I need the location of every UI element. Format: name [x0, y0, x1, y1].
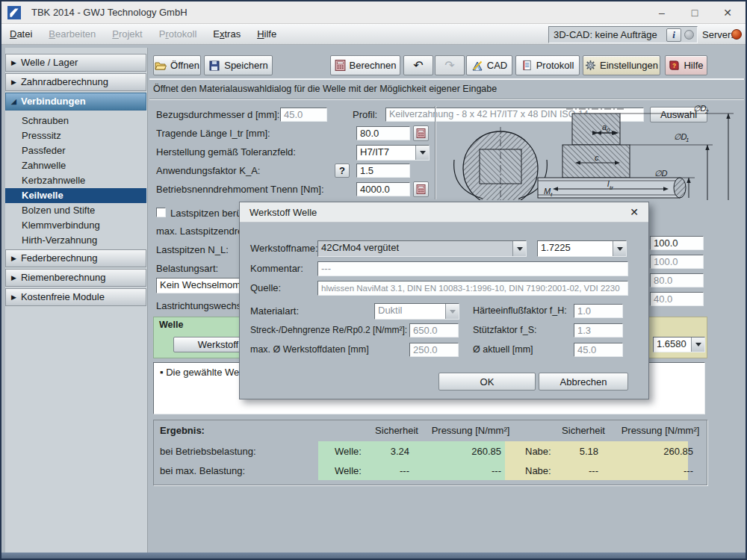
bezugsdurchmesser-field[interactable]: 45.0 — [280, 108, 327, 122]
werkstoffnummer-select[interactable]: 1.7225 — [537, 240, 627, 257]
aktuell-durchmesser-label: Ø aktuell [mm] — [473, 344, 533, 355]
results-value: 260.85 — [633, 446, 693, 457]
set-square-pencil-icon — [471, 60, 483, 72]
sidebar-item-kerbzahnwelle[interactable]: Kerbzahnwelle — [5, 173, 146, 188]
close-button[interactable]: ✕ — [711, 1, 744, 24]
sidebar-section-federberechnung[interactable]: ▶Federberechnung — [5, 249, 146, 267]
anwendungsfaktor-help-button[interactable]: ? — [335, 164, 350, 178]
sidebar-section-welle-lager[interactable]: ▶Welle / Lager — [5, 54, 146, 72]
sidebar-item-zahnwelle[interactable]: Zahnwelle — [5, 158, 146, 173]
sidebar-item-hirth-verzahnung[interactable]: Hirth-Verzahnung — [5, 233, 146, 248]
werkstoffname-label: Werkstoffname: — [250, 243, 318, 254]
nabe-field-2[interactable]: 100.0 — [650, 255, 704, 269]
tragende-laenge-calc-button[interactable] — [413, 125, 429, 141]
window-titlebar: TBK 2014 - GWJ Technology GmbH – □ ✕ — [1, 1, 746, 24]
toleranzfeld-select[interactable]: H7/IT7 — [356, 145, 430, 161]
sidebar-item-schrauben[interactable]: Schrauben — [5, 113, 146, 128]
dim-d-label: ∅D — [654, 169, 668, 178]
help-book-icon: ? — [669, 60, 680, 71]
maximize-button[interactable]: □ — [678, 1, 711, 24]
redo-button[interactable]: ↷ — [435, 55, 465, 75]
welle-panel-title: Welle — [159, 320, 183, 330]
settings-button[interactable]: Einstellungen — [583, 55, 660, 75]
cad-status-box: 3D-CAD: keine Aufträge i — [548, 26, 698, 43]
materialart-value: Duktil — [375, 304, 445, 319]
werkstoffname-select[interactable]: 42CrMo4 vergütet — [317, 240, 527, 257]
sidebar-item-bolzen-und-stifte[interactable]: Bolzen und Stifte — [5, 203, 146, 218]
drehmoment-calc-button[interactable] — [413, 181, 429, 197]
werkstoffname-value: 42CrMo4 vergütet — [318, 241, 512, 256]
chevron-down-icon[interactable] — [691, 337, 704, 352]
protocol-button[interactable]: Protokoll — [515, 55, 580, 75]
nabe-field-1[interactable]: 100.0 — [650, 236, 704, 250]
dim-c-label: c — [595, 153, 599, 162]
tragende-laenge-field[interactable]: 80.0 — [356, 126, 410, 140]
nabe-field-4[interactable]: 40.0 — [650, 292, 704, 306]
sidebar-item-passfeder[interactable]: Passfeder — [5, 143, 146, 158]
document-icon — [521, 60, 533, 71]
open-button[interactable]: Öffnen — [153, 55, 201, 75]
stuetzfaktor-field[interactable]: 1.3 — [574, 323, 623, 337]
menu-protokoll[interactable]: Protokoll — [151, 24, 205, 45]
save-button[interactable]: Speichern — [204, 55, 273, 75]
sidebar-section-verbindungen[interactable]: ◢Verbindungen — [5, 93, 146, 111]
material-number-select[interactable]: 1.6580 — [653, 337, 705, 352]
cad-status-led — [684, 30, 694, 40]
kommentar-field[interactable]: --- — [317, 261, 628, 276]
status-hint-text: Öffnet den Materialauswahldialog für die… — [153, 84, 497, 94]
keilwelle-technical-drawing: a 0 c l tr M t ∅D ∅D 1 ∅D 2 — [441, 103, 741, 200]
calculate-button[interactable]: Berechnen — [330, 55, 400, 75]
drehmoment-field[interactable]: 4000.0 — [356, 182, 410, 196]
sidebar-section-riemenberechnung[interactable]: ▶Riemenberechnung — [5, 269, 146, 287]
help-button[interactable]: ? Hilfe — [665, 55, 707, 75]
max-durchmesser-field[interactable]: 250.0 — [409, 343, 459, 357]
undo-button[interactable]: ↶ — [403, 55, 433, 75]
lastspitzen-check-label: Lastspitzen berüc — [170, 208, 247, 219]
haerte-field[interactable]: 1.0 — [574, 304, 623, 318]
cad-status-text: 3D-CAD: keine Aufträge — [554, 29, 666, 40]
materialart-select[interactable]: Duktil — [374, 303, 459, 320]
cad-button[interactable]: CAD — [466, 55, 512, 75]
menu-projekt[interactable]: Projekt — [104, 24, 150, 45]
dim-d2-sub: 2 — [704, 108, 709, 115]
minimize-button[interactable]: – — [645, 1, 678, 24]
folder-open-icon — [155, 60, 167, 72]
streckgrenze-field[interactable]: 650.0 — [409, 323, 459, 337]
max-durchmesser-label: max. Ø Werkstoffdaten [mm] — [250, 344, 369, 355]
quelle-label: Quelle: — [250, 282, 281, 293]
sidebar-item-klemmverbindung[interactable]: Klemmverbindung — [5, 218, 146, 233]
calculator-icon — [416, 184, 426, 194]
chevron-down-icon — [445, 304, 459, 319]
results-value: 5.18 — [554, 446, 598, 457]
quelle-field[interactable]: hlwissen NaviMat 3.1, DIN EN 10083-1:199… — [317, 281, 628, 296]
dim-d2-label: ∅D — [693, 104, 707, 113]
sidebar-item-presssitz[interactable]: Presssitz — [5, 128, 146, 143]
cad-info-button[interactable]: i — [666, 28, 681, 42]
stuetzfaktor-label: Stützfaktor f_S: — [473, 325, 536, 335]
toleranzfeld-label: Herstellung gemäß Toleranzfeld: — [156, 146, 296, 158]
menu-bearbeiten[interactable]: Bearbeiten — [40, 24, 104, 45]
menu-hilfe[interactable]: Hilfe — [249, 24, 285, 45]
chevron-down-icon[interactable] — [613, 241, 626, 256]
ok-button[interactable]: OK — [438, 373, 536, 391]
menu-extras[interactable]: Extras — [205, 24, 249, 45]
sidebar-section-zahnradberechnung[interactable]: ▶Zahnradberechnung — [5, 73, 146, 91]
tbk-application-window: TBK 2014 - GWJ Technology GmbH – □ ✕ Dat… — [0, 0, 747, 560]
cancel-button[interactable]: Abbrechen — [539, 373, 628, 391]
calculator-icon — [335, 60, 346, 71]
chevron-down-icon[interactable] — [512, 241, 526, 256]
dialog-close-icon[interactable]: ✕ — [630, 206, 639, 218]
lastspitzen-checkbox[interactable] — [156, 208, 166, 217]
chevron-down-icon[interactable] — [415, 146, 429, 160]
svg-text:?: ? — [673, 62, 677, 69]
sidebar-item-keilwelle[interactable]: Keilwelle — [5, 188, 146, 203]
sidebar-section-kostenfreie-module[interactable]: ▶Kostenfreie Module — [5, 288, 146, 306]
expand-arrow-icon: ▶ — [11, 55, 16, 71]
dim-d1-label: ∅D — [674, 132, 687, 141]
lastrichtung-label: Lastrichtungswechse — [156, 300, 247, 311]
aktuell-durchmesser-field[interactable]: 45.0 — [574, 343, 623, 357]
nabe-field-3[interactable]: 80.0 — [650, 273, 704, 287]
anwendungsfaktor-field[interactable]: 1.5 — [356, 164, 410, 178]
menu-datei[interactable]: Datei — [1, 24, 40, 45]
results-row-label: bei max. Belastung: — [160, 465, 245, 476]
